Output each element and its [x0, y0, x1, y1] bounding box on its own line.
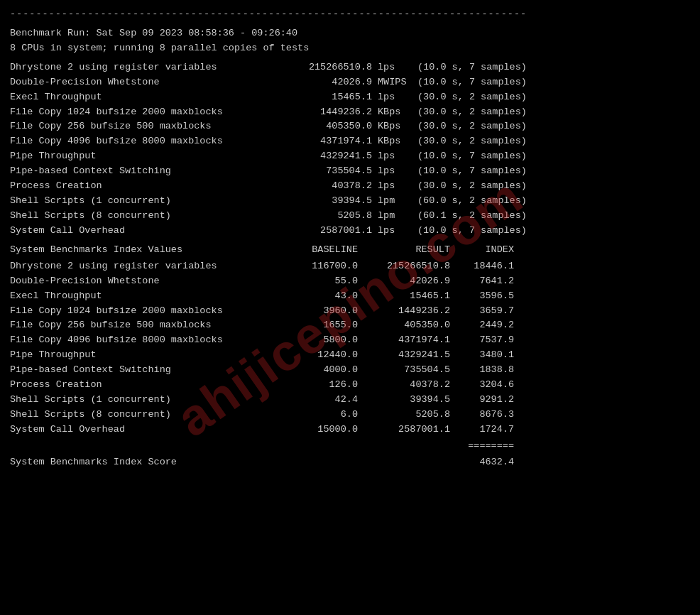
bench-label: Shell Scripts (1 concurrent) [10, 194, 280, 209]
index-header-baseline: BASELINE [280, 243, 358, 258]
idx-baseline: 12440.0 [280, 348, 358, 363]
idx-baseline: 116700.0 [280, 259, 358, 274]
idx-label: Pipe Throughput [10, 348, 280, 363]
index-row: System Call Overhead 15000.0 2587001.1 1… [10, 423, 690, 437]
idx-baseline: 6.0 [280, 408, 358, 423]
idx-index: 18446.1 [450, 259, 514, 274]
idx-baseline: 4000.0 [280, 363, 358, 378]
bench-value: 215266510.8 [280, 60, 372, 75]
bench-label: Shell Scripts (8 concurrent) [10, 209, 280, 224]
bench-value: 39394.5 [280, 194, 372, 209]
index-row: Shell Scripts (8 concurrent) 6.0 5205.8 … [10, 408, 690, 423]
idx-baseline: 1655.0 [280, 318, 358, 333]
bench-value: 5205.8 [280, 209, 372, 224]
idx-index: 9291.2 [450, 393, 514, 408]
idx-baseline: 43.0 [280, 289, 358, 304]
idx-result: 4371974.1 [358, 333, 450, 348]
idx-result: 5205.8 [358, 408, 450, 423]
index-header-label: System Benchmarks Index Values [10, 243, 280, 258]
index-row: Process Creation 126.0 40378.2 3204.6 [10, 378, 690, 393]
idx-result: 40378.2 [358, 378, 450, 393]
idx-result: 1449236.2 [358, 304, 450, 319]
idx-result: 735504.5 [358, 363, 450, 378]
bench-label: System Call Overhead [10, 224, 280, 239]
bench-meta: (10.0 s, 7 samples) [415, 164, 690, 179]
equals-row: ======== [10, 439, 690, 454]
idx-index: 7537.9 [450, 333, 514, 348]
bench-label: File Copy 256 bufsize 500 maxblocks [10, 119, 280, 134]
idx-index: 1724.7 [450, 423, 514, 437]
idx-baseline: 5800.0 [280, 333, 358, 348]
bench-value: 15465.1 [280, 90, 372, 105]
bench-row: Shell Scripts (8 concurrent) 5205.8 lpm … [10, 209, 690, 224]
idx-index: 3596.5 [450, 289, 514, 304]
idx-label: System Call Overhead [10, 423, 280, 437]
index-row: Dhrystone 2 using register variables 116… [10, 259, 690, 274]
index-row: File Copy 4096 bufsize 8000 maxblocks 58… [10, 333, 690, 348]
bench-label: Pipe-based Context Switching [10, 164, 280, 179]
index-row: Double-Precision Whetstone 55.0 42026.9 … [10, 274, 690, 289]
idx-label: File Copy 256 bufsize 500 maxblocks [10, 318, 280, 333]
bench-unit: lps [372, 164, 415, 179]
bench-unit: lps [372, 179, 415, 194]
bench-value: 4329241.5 [280, 149, 372, 164]
bench-unit: KBps [372, 119, 415, 134]
bench-label: Execl Throughput [10, 90, 280, 105]
bench-row: Execl Throughput 15465.1 lps (30.0 s, 2 … [10, 90, 690, 105]
bench-meta: (10.0 s, 7 samples) [415, 75, 690, 90]
bench-meta: (60.1 s, 2 samples) [415, 209, 690, 224]
top-separator: ----------------------------------------… [10, 7, 690, 22]
bench-row: System Call Overhead 2587001.1 lps (10.0… [10, 224, 690, 239]
bench-label: Pipe Throughput [10, 149, 280, 164]
bench-value: 2587001.1 [280, 224, 372, 239]
bench-value: 4371974.1 [280, 134, 372, 149]
index-row: Execl Throughput 43.0 15465.1 3596.5 [10, 289, 690, 304]
idx-baseline: 55.0 [280, 274, 358, 289]
idx-index: 1838.8 [450, 363, 514, 378]
idx-baseline: 42.4 [280, 393, 358, 408]
idx-index: 3204.6 [450, 378, 514, 393]
index-row: File Copy 1024 bufsize 2000 maxblocks 39… [10, 304, 690, 319]
bench-unit: MWIPS [372, 75, 415, 90]
bench-row: Process Creation 40378.2 lps (30.0 s, 2 … [10, 179, 690, 194]
bench-meta: (60.0 s, 2 samples) [415, 194, 690, 209]
index-row: Pipe Throughput 12440.0 4329241.5 3480.1 [10, 348, 690, 363]
bench-unit: KBps [372, 105, 415, 120]
bench-unit: lps [372, 60, 415, 75]
index-table: System Benchmarks Index Values BASELINE … [10, 243, 690, 470]
bench-row: Shell Scripts (1 concurrent) 39394.5 lpm… [10, 194, 690, 209]
index-data-rows: Dhrystone 2 using register variables 116… [10, 259, 690, 437]
idx-baseline: 3960.0 [280, 304, 358, 319]
bench-row: Pipe Throughput 4329241.5 lps (10.0 s, 7… [10, 149, 690, 164]
idx-label: Execl Throughput [10, 289, 280, 304]
benchmark-results: Dhrystone 2 using register variables 215… [10, 60, 690, 239]
bench-unit: lps [372, 149, 415, 164]
equals-line: ======== [450, 439, 514, 454]
idx-label: Process Creation [10, 378, 280, 393]
bench-row: File Copy 256 bufsize 500 maxblocks 4053… [10, 119, 690, 134]
bench-value: 735504.5 [280, 164, 372, 179]
bench-unit: lpm [372, 209, 415, 224]
header-section: Benchmark Run: Sat Sep 09 2023 08:58:36 … [10, 26, 690, 56]
bench-meta: (30.0 s, 2 samples) [415, 90, 690, 105]
index-header-result: RESULT [358, 243, 450, 258]
idx-result: 42026.9 [358, 274, 450, 289]
bench-label: File Copy 1024 bufsize 2000 maxblocks [10, 105, 280, 120]
bench-unit: lps [372, 224, 415, 239]
idx-label: Double-Precision Whetstone [10, 274, 280, 289]
idx-index: 8676.3 [450, 408, 514, 423]
bench-row: Dhrystone 2 using register variables 215… [10, 60, 690, 75]
idx-label: File Copy 1024 bufsize 2000 maxblocks [10, 304, 280, 319]
index-header-row: System Benchmarks Index Values BASELINE … [10, 243, 690, 258]
idx-label: Shell Scripts (8 concurrent) [10, 408, 280, 423]
bench-label: File Copy 4096 bufsize 8000 maxblocks [10, 134, 280, 149]
index-row: Pipe-based Context Switching 4000.0 7355… [10, 363, 690, 378]
score-value: 4632.4 [450, 455, 514, 470]
bench-row: Pipe-based Context Switching 735504.5 lp… [10, 164, 690, 179]
bench-meta: (30.0 s, 2 samples) [415, 179, 690, 194]
idx-index: 2449.2 [450, 318, 514, 333]
idx-index: 3659.7 [450, 304, 514, 319]
idx-result: 2587001.1 [358, 423, 450, 437]
idx-result: 4329241.5 [358, 348, 450, 363]
bench-label: Process Creation [10, 179, 280, 194]
